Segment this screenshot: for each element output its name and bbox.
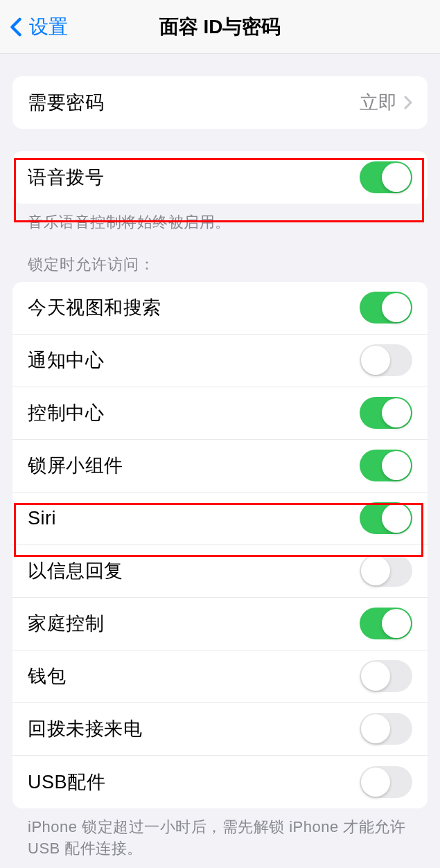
allow-access-group: 今天视图和搜索通知中心控制中心锁屏小组件Siri以信息回复家庭控制钱包回拨未接来… <box>12 282 428 808</box>
allow-access-toggle[interactable] <box>360 660 412 692</box>
voice-dial-label: 语音拨号 <box>28 165 104 190</box>
toggle-knob <box>361 556 390 585</box>
allow-access-label: 家庭控制 <box>28 611 104 636</box>
chevron-left-icon <box>10 17 22 37</box>
toggle-knob <box>382 398 411 427</box>
allow-access-toggle[interactable] <box>360 450 412 481</box>
allow-access-label: Siri <box>28 508 56 529</box>
toggle-knob <box>361 768 390 797</box>
allow-access-row: 以信息回复 <box>12 545 428 598</box>
allow-access-toggle[interactable] <box>360 713 412 745</box>
allow-access-label: 锁屏小组件 <box>28 453 123 478</box>
allow-access-header: 锁定时允许访问： <box>0 254 440 282</box>
toggle-knob <box>382 609 411 638</box>
require-passcode-group: 需要密码 立即 <box>12 76 428 129</box>
toggle-knob <box>382 504 411 533</box>
nav-bar: 设置 面容 ID与密码 <box>0 0 440 54</box>
voice-dial-footer: 音乐语音控制将始终被启用。 <box>0 204 440 233</box>
allow-access-row: 锁屏小组件 <box>12 440 428 493</box>
allow-access-toggle[interactable] <box>360 766 412 798</box>
toggle-knob <box>361 346 390 375</box>
toggle-knob <box>382 451 411 480</box>
row-value-area: 立即 <box>360 90 412 115</box>
back-button[interactable]: 设置 <box>0 14 68 40</box>
require-passcode-label: 需要密码 <box>28 90 104 115</box>
toggle-knob <box>361 662 390 691</box>
toggle-knob <box>382 293 411 322</box>
allow-access-label: 以信息回复 <box>28 558 123 583</box>
allow-access-toggle[interactable] <box>360 502 412 534</box>
allow-access-toggle[interactable] <box>360 555 412 587</box>
allow-access-label: 钱包 <box>28 664 66 689</box>
require-passcode-value: 立即 <box>360 90 397 115</box>
toggle-knob <box>361 714 390 743</box>
allow-access-row: USB配件 <box>12 756 428 808</box>
allow-access-label: USB配件 <box>28 770 105 795</box>
chevron-right-icon <box>404 96 412 109</box>
require-passcode-row[interactable]: 需要密码 立即 <box>12 76 428 129</box>
voice-dial-row: 语音拨号 <box>12 151 428 204</box>
allow-access-row: 钱包 <box>12 650 428 703</box>
allow-access-row: Siri <box>12 493 428 545</box>
back-label: 设置 <box>29 14 68 40</box>
page-title: 面容 ID与密码 <box>159 14 281 40</box>
allow-access-label: 回拨未接来电 <box>28 716 142 741</box>
allow-access-label: 控制中心 <box>28 400 104 425</box>
voice-dial-group: 语音拨号 <box>12 151 428 204</box>
allow-access-row: 控制中心 <box>12 387 428 440</box>
allow-access-label: 今天视图和搜索 <box>28 295 161 320</box>
toggle-knob <box>382 163 411 192</box>
allow-access-toggle[interactable] <box>360 608 412 639</box>
allow-access-row: 家庭控制 <box>12 598 428 650</box>
allow-access-row: 回拨未接来电 <box>12 703 428 756</box>
allow-access-label: 通知中心 <box>28 348 104 373</box>
allow-access-toggle[interactable] <box>360 292 412 324</box>
allow-access-toggle[interactable] <box>360 397 412 429</box>
allow-access-row: 今天视图和搜索 <box>12 282 428 335</box>
voice-dial-toggle[interactable] <box>360 161 412 193</box>
allow-access-toggle[interactable] <box>360 344 412 376</box>
allow-access-footer: iPhone 锁定超过一小时后，需先解锁 iPhone 才能允许 USB 配件连… <box>0 808 440 860</box>
allow-access-row: 通知中心 <box>12 335 428 387</box>
